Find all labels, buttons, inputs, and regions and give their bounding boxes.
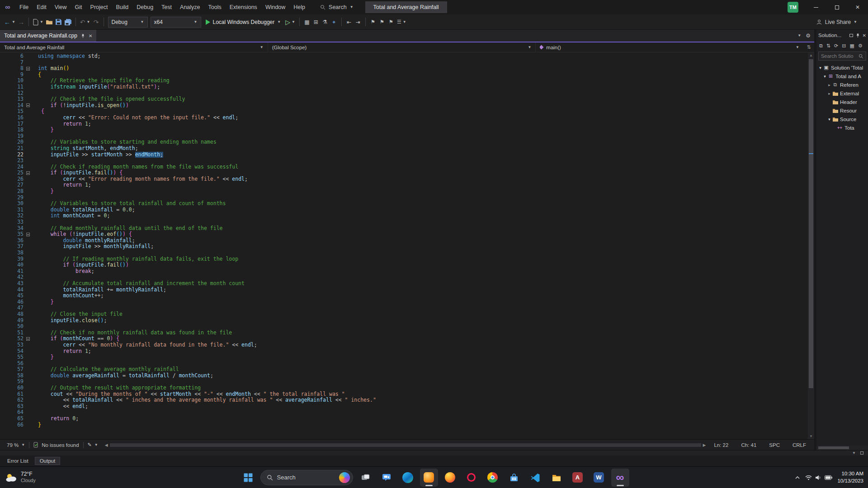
code-editor[interactable]: 6using namespace std;78int main()9{10 //… — [0, 52, 808, 439]
menu-item-file[interactable]: File — [15, 0, 33, 14]
menu-item-tools[interactable]: Tools — [204, 0, 226, 14]
code-line-65[interactable]: 65 return 0; — [0, 416, 808, 422]
close-icon[interactable]: ✕ — [863, 33, 866, 38]
account-avatar[interactable]: TM — [788, 2, 798, 13]
active-files-dropdown-icon[interactable]: ▼ — [797, 34, 801, 38]
code-line-61[interactable]: 61 cout << "During the months of " << st… — [0, 391, 808, 398]
tree-item-tota[interactable]: ++Tota — [816, 123, 868, 132]
horizontal-scrollbar-track[interactable] — [110, 443, 701, 447]
code-line-40[interactable]: 40 if (inputFile.fail()) — [0, 262, 808, 268]
new-file-button[interactable]: ▼ — [32, 16, 45, 28]
switch-views-icon[interactable]: ⧉ — [819, 43, 823, 49]
dock-icon[interactable] — [860, 451, 863, 455]
code-line-22[interactable]: 22 inputFile >> startMonth >> endMonth; — [0, 152, 808, 158]
code-line-64[interactable]: 64 — [0, 409, 808, 416]
tab-total-and-average-rainfall-cpp[interactable]: Total and Average Rainfall.cpp ✕ — [0, 30, 96, 42]
grid-tool-button[interactable]: ▦ — [302, 16, 311, 28]
tree-expand-icon[interactable]: ▸ — [827, 83, 832, 87]
tab-output[interactable]: Output — [35, 457, 61, 465]
code-line-14[interactable]: 14 if (!inputFile.is_open()) — [0, 103, 808, 109]
code-line-19[interactable]: 19 — [0, 133, 808, 140]
test-explorer-button[interactable]: ⚗ — [321, 16, 330, 28]
chat-button[interactable] — [377, 469, 396, 487]
fold-collapse-icon[interactable] — [26, 233, 30, 236]
word-button[interactable]: W — [590, 469, 608, 487]
scroll-right-icon[interactable]: ▶ — [701, 443, 708, 447]
code-line-46[interactable]: 46 } — [0, 299, 808, 305]
scroll-down-icon[interactable]: ▼ — [808, 434, 814, 438]
menu-item-view[interactable]: View — [51, 0, 71, 14]
code-line-6[interactable]: 6using namespace std; — [0, 53, 808, 60]
task-view-button[interactable] — [356, 469, 374, 487]
fold-collapse-icon[interactable] — [26, 67, 30, 70]
file-explorer-button[interactable] — [547, 469, 566, 487]
code-line-50[interactable]: 50 — [0, 324, 808, 330]
start-debugging-button[interactable]: Local Windows Debugger ▼ — [203, 16, 284, 28]
code-line-12[interactable]: 12 — [0, 90, 808, 97]
column-indicator[interactable]: Ch: 41 — [741, 442, 756, 448]
tree-item-external[interactable]: ▸External — [816, 89, 868, 98]
code-line-21[interactable]: 21 string startMonth, endMonth; — [0, 145, 808, 152]
code-line-42[interactable]: 42 — [0, 274, 808, 281]
scope-dropdown[interactable]: (Global Scope) ▼ — [268, 42, 536, 52]
code-line-26[interactable]: 26 cerr << "Error reading month names fr… — [0, 176, 808, 183]
sort-icon[interactable]: ⇅ — [826, 43, 830, 49]
pin-icon[interactable] — [856, 33, 860, 38]
code-line-31[interactable]: 31 double totalRainfall = 0.0; — [0, 207, 808, 213]
zoom-dropdown[interactable]: 79 % ▼ — [4, 442, 28, 448]
code-line-33[interactable]: 33 — [0, 219, 808, 225]
close-tab-icon[interactable]: ✕ — [89, 33, 92, 38]
start-without-debugging-button[interactable]: ▷▼ — [284, 16, 297, 28]
code-line-47[interactable]: 47 — [0, 305, 808, 311]
solution-platform-dropdown[interactable]: x64 ▼ — [151, 17, 201, 28]
visual-studio-button[interactable]: ∞ — [611, 469, 629, 487]
code-line-13[interactable]: 13 // Check if the file is opened succes… — [0, 96, 808, 103]
scrollbar-thumb[interactable] — [818, 446, 849, 449]
code-line-17[interactable]: 17 return 1; — [0, 121, 808, 127]
chevron-down-icon[interactable]: ▼ — [852, 451, 856, 455]
code-line-58[interactable]: 58 double averageRainfall = totalRainfal… — [0, 373, 808, 379]
line-indicator[interactable]: Ln: 22 — [714, 442, 728, 448]
microsoft-store-button[interactable] — [505, 469, 523, 487]
opera-button[interactable] — [462, 469, 481, 487]
fold-collapse-icon[interactable] — [26, 171, 30, 175]
solution-explorer-horizontal-scrollbar[interactable] — [816, 446, 868, 450]
chrome-button[interactable] — [484, 469, 502, 487]
tray-status-icons[interactable] — [805, 475, 832, 480]
code-line-16[interactable]: 16 cerr << "Error: Could not open the in… — [0, 115, 808, 121]
code-line-27[interactable]: 27 return 1; — [0, 182, 808, 188]
go-to-button[interactable]: ⌖ — [330, 16, 339, 28]
tree-item-solution-total[interactable]: ▾▣Solution 'Total — [816, 63, 868, 72]
menu-item-build[interactable]: Build — [112, 0, 132, 14]
code-line-39[interactable]: 39 // If reading monthly rainfall data f… — [0, 256, 808, 263]
code-line-59[interactable]: 59 — [0, 379, 808, 385]
sync-icon[interactable]: ⟳ — [834, 43, 838, 49]
redo-button[interactable]: ↷ — [92, 16, 101, 28]
code-line-44[interactable]: 44 totalRainfall += monthlyRainfall; — [0, 287, 808, 293]
editor-vertical-scrollbar[interactable]: ▲ ▼ — [808, 52, 814, 439]
designer-window-button[interactable]: ⊞ — [311, 16, 321, 28]
code-line-38[interactable]: 38 — [0, 250, 808, 256]
document-health-indicator[interactable]: No issues found — [30, 442, 82, 448]
task-list-button[interactable]: ☰▼ — [396, 16, 408, 28]
acrobat-button[interactable]: A — [569, 469, 587, 487]
code-line-7[interactable]: 7 — [0, 60, 808, 66]
code-line-48[interactable]: 48 // Close the input file — [0, 311, 808, 318]
navigate-forward-button[interactable]: → — [17, 16, 26, 28]
code-line-62[interactable]: 62 << totalRainfall << " inches and the … — [0, 397, 808, 404]
increase-indent-button[interactable]: ⇥ — [354, 16, 363, 28]
decrease-indent-button[interactable]: ⇤ — [344, 16, 354, 28]
code-line-63[interactable]: 63 << endl; — [0, 404, 808, 410]
code-line-10[interactable]: 10 // Retrieve the input file for readin… — [0, 78, 808, 84]
tree-item-resour[interactable]: Resour — [816, 106, 868, 115]
spaces-indicator[interactable]: SPC — [769, 442, 780, 448]
tree-expand-icon[interactable]: ▸ — [827, 91, 832, 96]
start-button[interactable] — [239, 469, 257, 487]
pin-icon[interactable] — [81, 33, 85, 38]
code-line-57[interactable]: 57 // Calculate the average monthly rain… — [0, 366, 808, 373]
code-line-41[interactable]: 41 break; — [0, 268, 808, 275]
code-line-28[interactable]: 28 } — [0, 188, 808, 195]
edge-button[interactable] — [399, 469, 417, 487]
menu-item-test[interactable]: Test — [157, 0, 176, 14]
code-line-8[interactable]: 8int main() — [0, 66, 808, 72]
